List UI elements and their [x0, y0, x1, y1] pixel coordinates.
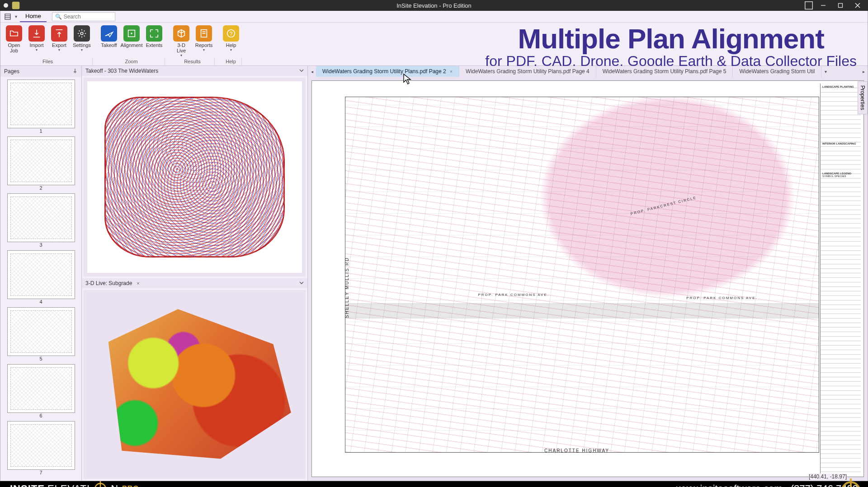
app-surface: ▾ Home 🔍 Search Open Job Import▾ Export▾	[0, 11, 868, 481]
quick-access-bar: ▾ Home 🔍 Search	[0, 11, 868, 23]
extents-button[interactable]: Extents	[143, 23, 165, 57]
svg-point-11	[131, 33, 132, 34]
road-label: SHELLEY MULLIS RD	[344, 257, 349, 318]
alignment-button[interactable]: Alignment	[121, 23, 142, 57]
page-thumb[interactable]: 1	[5, 80, 77, 134]
pages-header: Pages	[4, 68, 19, 75]
page-thumb[interactable]: 3	[5, 193, 77, 248]
search-input[interactable]: 🔍 Search	[52, 12, 115, 21]
minimize-button[interactable]	[816, 0, 831, 11]
view-menu-icon[interactable]	[299, 68, 304, 74]
svg-rect-1	[805, 2, 813, 9]
svg-point-9	[80, 32, 83, 35]
tab-overflow-icon[interactable]: ▾	[821, 66, 830, 77]
help-icon: ?	[223, 25, 239, 42]
svg-rect-6	[5, 14, 10, 19]
search-placeholder: Search	[64, 14, 81, 20]
main-view: ◂ WideWaters Grading Storm Utility Plans…	[308, 66, 868, 481]
gear-icon	[74, 25, 90, 42]
doc-tab[interactable]: WideWaters Grading Storm Utility Plans.p…	[596, 66, 733, 77]
page-thumb[interactable]: 4	[5, 250, 77, 304]
road-label: PROP. PARK COMMONS AVE.	[686, 296, 758, 300]
plan-legend: LANDSCAPE PLANTING INTERIOR LANDSCAPING …	[820, 84, 861, 474]
search-icon: 🔍	[55, 14, 62, 20]
tab-scroll-right-icon[interactable]: ▸	[859, 66, 868, 77]
doc-tab[interactable]: WideWaters Grading Storm Utility Plans.p…	[316, 66, 459, 77]
titlebar-extra-icon[interactable]	[804, 0, 814, 10]
svg-rect-3	[839, 4, 843, 8]
road-label: PROP. PARKCREST CIRCLE	[630, 196, 697, 216]
plan-viewport[interactable]: CHARLOTTE HIGHWAY SHELLEY MULLIS RD PROP…	[308, 77, 868, 481]
page-thumb[interactable]: 6	[5, 364, 77, 418]
ribbon: Open Job Import▾ Export▾ Settings▾ Files	[0, 23, 868, 66]
properties-tab[interactable]: Properties	[858, 81, 868, 114]
page-thumb[interactable]: 5	[5, 307, 77, 361]
open-job-button[interactable]: Open Job	[3, 23, 25, 57]
help-button[interactable]: ? Help▾	[220, 23, 242, 57]
page-thumb[interactable]: 7	[5, 421, 77, 475]
live3d-canvas[interactable]	[84, 290, 306, 479]
tab-scroll-left-icon[interactable]: ◂	[308, 66, 316, 77]
center-column: Takeoff - 303 The WideWaters 3-D Live: S…	[82, 66, 308, 481]
pages-panel: Pages 1 2 3 4 5 6 7	[0, 66, 82, 481]
import-icon	[28, 25, 45, 42]
export-icon	[51, 25, 67, 42]
group-help-caption: Help	[220, 57, 242, 66]
settings-button[interactable]: Settings▾	[71, 23, 93, 57]
qat-dropdown-icon[interactable]: ▾	[15, 14, 17, 19]
marketing-overlay: Multiple Plan Alignment for PDF, CAD, Dr…	[485, 23, 857, 70]
close-view-icon[interactable]: ×	[135, 280, 141, 286]
group-zoom-caption: Zoom	[98, 57, 165, 66]
pin-icon[interactable]	[72, 68, 78, 75]
alignment-icon	[123, 25, 140, 42]
page-thumb[interactable]: 2	[5, 136, 77, 191]
document-tabs: ◂ WideWaters Grading Storm Utility Plans…	[308, 66, 868, 77]
titlebar: InSite Elevation - Pro Edition	[0, 0, 868, 11]
app-menu-icon[interactable]	[3, 13, 12, 21]
brand-logo: INSITE ELEVATI N PRO	[10, 481, 139, 487]
reports-button[interactable]: Reports▾	[193, 23, 215, 57]
import-button[interactable]: Import▾	[26, 23, 47, 57]
close-button[interactable]	[850, 0, 865, 11]
svg-rect-0	[12, 2, 20, 9]
road-label: PROP. PARK COMMONS AVE.	[478, 293, 549, 297]
doc-tab[interactable]: WideWaters Grading Storm Utility Plans.p…	[459, 66, 596, 77]
workspace: Pages 1 2 3 4 5 6 7 Takeoff - 303 The Wi…	[0, 66, 868, 481]
crosshair-icon	[93, 481, 108, 487]
svg-text:?: ?	[230, 31, 233, 37]
close-tab-icon[interactable]: ×	[450, 69, 453, 74]
cube-icon	[173, 25, 189, 42]
tab-home[interactable]: Home	[20, 11, 47, 22]
crosshair-icon	[838, 478, 863, 487]
footer-bar: INSITE ELEVATI N PRO www.insitesoftware.…	[0, 481, 868, 487]
takeoff-view-title: Takeoff - 303 The WideWaters	[85, 68, 158, 74]
group-results-caption: Results	[170, 57, 215, 66]
road-label: CHARLOTTE HIGHWAY	[544, 448, 609, 453]
window-title: InSite Elevation - Pro Edition	[396, 2, 471, 9]
maximize-button[interactable]	[833, 0, 848, 11]
export-button[interactable]: Export▾	[48, 23, 70, 57]
page-thumbnails[interactable]: 1 2 3 4 5 6 7	[0, 77, 81, 481]
takeoff-button[interactable]: Takeoff	[98, 23, 120, 57]
reports-icon	[196, 25, 212, 42]
group-files-caption: Files	[3, 57, 93, 66]
doc-tab[interactable]: WideWaters Grading Storm Util	[733, 66, 821, 77]
folder-open-icon	[6, 25, 22, 42]
takeoff-icon	[101, 25, 117, 42]
footer-url: www.insitesoftware.com	[676, 483, 783, 487]
view-menu-icon[interactable]	[299, 280, 304, 286]
3d-live-button[interactable]: 3-D Live▾	[170, 23, 192, 57]
live3d-view-title: 3-D Live: Subgrade	[85, 280, 132, 286]
extents-icon	[146, 25, 162, 42]
takeoff-canvas[interactable]	[84, 78, 306, 276]
marketing-title: Multiple Plan Alignment	[485, 23, 857, 55]
sysmenu-dot-icon	[4, 3, 8, 8]
app-icon	[11, 0, 21, 10]
